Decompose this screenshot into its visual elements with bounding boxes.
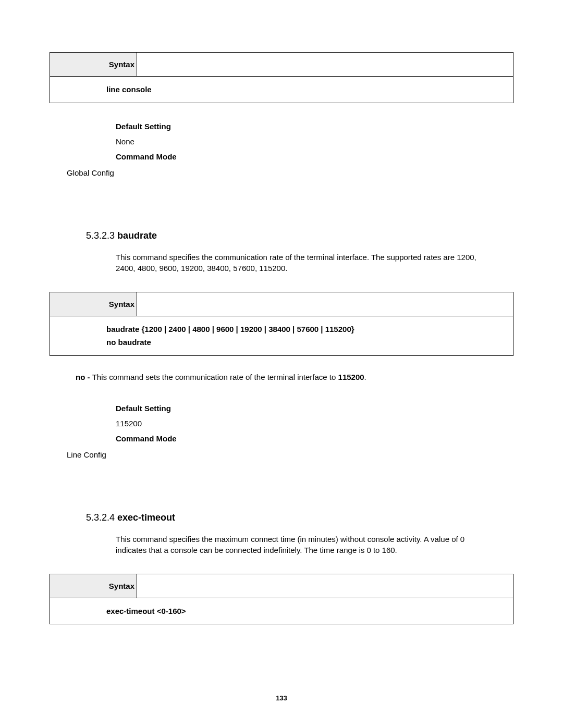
section-title: exec-timeout	[117, 512, 175, 523]
default-setting-label: Default Setting	[116, 119, 513, 134]
syntax-box-baudrate: Syntax baudrate {1200 | 2400 | 4800 | 96…	[50, 292, 513, 356]
default-setting-value: None	[116, 134, 513, 149]
no-suffix: .	[364, 373, 366, 381]
no-value: 115200	[338, 373, 364, 381]
syntax-label: Syntax	[50, 574, 137, 598]
no-text: This command sets the communication rate…	[92, 373, 338, 381]
syntax-header: Syntax	[50, 574, 513, 598]
syntax-line-1: baudrate {1200 | 2400 | 4800 | 9600 | 19…	[106, 323, 513, 336]
syntax-box-exec-timeout: Syntax exec-timeout <0-160>	[50, 574, 513, 625]
section-number: 5.3.2.4	[86, 512, 117, 523]
syntax-commands: baudrate {1200 | 2400 | 4800 | 9600 | 19…	[50, 316, 513, 355]
info-block-1: Default Setting None Command Mode	[116, 119, 513, 165]
section-heading-exec-timeout: 5.3.2.4 exec-timeout	[86, 512, 513, 523]
command-mode-value: Line Config	[67, 447, 513, 462]
syntax-command: exec-timeout <0-160>	[50, 598, 513, 624]
page-number: 133	[0, 694, 563, 702]
syntax-box-line-console: Syntax line console	[50, 52, 513, 103]
page-content: Syntax line console Default Setting None…	[0, 0, 563, 624]
section-description: This command specifies the communication…	[116, 252, 493, 274]
command-mode-label: Command Mode	[116, 431, 513, 446]
syntax-header: Syntax	[50, 53, 513, 77]
default-setting-value: 115200	[116, 416, 513, 431]
command-mode-label: Command Mode	[116, 149, 513, 164]
no-prefix: no -	[76, 373, 92, 381]
section-heading-baudrate: 5.3.2.3 baudrate	[86, 230, 513, 241]
section-title: baudrate	[117, 230, 157, 241]
section-description: This command specifies the maximum conne…	[116, 534, 493, 556]
no-form-note: no - This command sets the communication…	[76, 372, 513, 382]
info-block-2: Default Setting 115200 Command Mode	[116, 401, 513, 447]
syntax-header: Syntax	[50, 292, 513, 316]
syntax-command: line console	[50, 77, 513, 103]
syntax-label: Syntax	[50, 53, 137, 76]
syntax-label: Syntax	[50, 292, 137, 316]
default-setting-label: Default Setting	[116, 401, 513, 416]
syntax-line-2: no baudrate	[106, 336, 513, 349]
command-mode-value: Global Config	[67, 165, 513, 180]
section-number: 5.3.2.3	[86, 230, 117, 241]
